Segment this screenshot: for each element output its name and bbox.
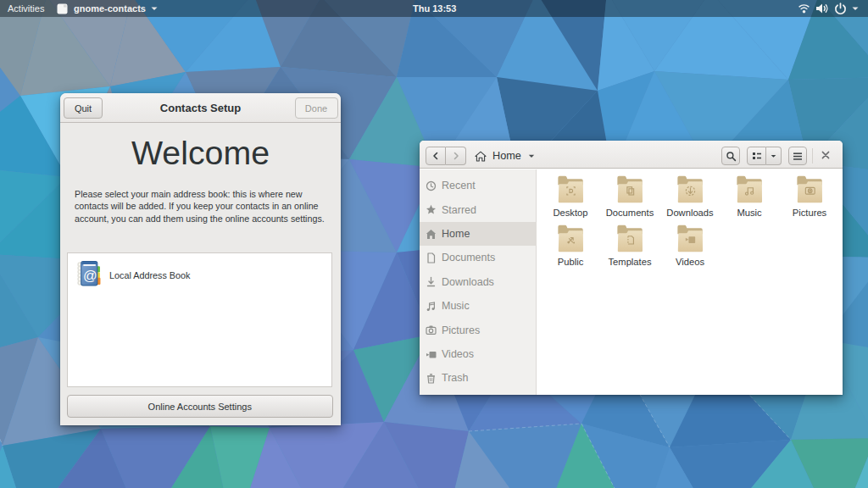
- svg-text:@: @: [83, 268, 97, 283]
